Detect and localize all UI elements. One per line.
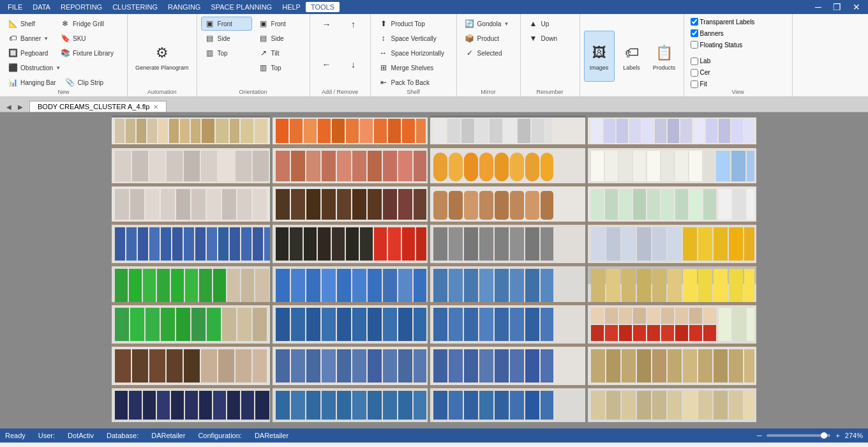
hanging-bar-button[interactable]: 📊 Hanging Bar bbox=[4, 75, 60, 89]
svg-rect-266 bbox=[541, 308, 553, 341]
menu-file[interactable]: FILE bbox=[3, 2, 27, 12]
svg-rect-362 bbox=[510, 391, 524, 420]
svg-rect-230 bbox=[698, 269, 712, 302]
menu-ranging[interactable]: RANGING bbox=[163, 2, 206, 12]
svg-rect-42 bbox=[642, 119, 654, 143]
svg-rect-49 bbox=[731, 119, 743, 143]
svg-rect-129 bbox=[605, 189, 618, 220]
remove-down-button[interactable]: ↓ bbox=[341, 57, 366, 72]
shelf-button[interactable]: 📐 Shelf bbox=[4, 17, 55, 31]
front-active-button[interactable]: ▣ Front bbox=[201, 17, 252, 31]
svg-rect-247 bbox=[237, 308, 251, 341]
top2-icon: ▥ bbox=[258, 63, 269, 73]
generate-planogram-button[interactable]: ⚙ Generate Planogram bbox=[131, 31, 193, 82]
floating-status-checkbox[interactable]: Floating Status bbox=[688, 40, 788, 50]
pack-to-back-button[interactable]: ⇤ Pack To Back bbox=[375, 75, 453, 89]
svg-rect-297 bbox=[184, 349, 200, 383]
tab-nav-right[interactable]: ▶ bbox=[15, 102, 26, 112]
top-button[interactable]: ▥ Top bbox=[201, 46, 252, 60]
obstruction-button[interactable]: ⬛ Obstruction ▼ bbox=[4, 61, 64, 75]
menu-tools[interactable]: TOOLS bbox=[306, 2, 340, 12]
menu-data[interactable]: DATA bbox=[27, 2, 56, 12]
svg-rect-165 bbox=[360, 227, 373, 261]
tab-nav-left[interactable]: ◀ bbox=[4, 102, 14, 112]
add-up-button[interactable]: ↑ bbox=[341, 17, 366, 32]
side-button[interactable]: ▤ Side bbox=[201, 31, 252, 45]
remove-left-button[interactable]: ← bbox=[314, 57, 340, 72]
fit-checkbox[interactable]: Fit bbox=[688, 79, 788, 89]
selected-button[interactable]: ✓ Selected bbox=[461, 46, 516, 60]
side2-button[interactable]: ▤ Side bbox=[255, 31, 306, 45]
product-top-button[interactable]: ⬆ Product Top bbox=[375, 17, 453, 31]
svg-rect-287 bbox=[747, 308, 754, 341]
sku-button[interactable]: 🔖 SKU bbox=[56, 31, 107, 45]
zoom-slider[interactable] bbox=[767, 434, 830, 437]
svg-rect-383 bbox=[588, 116, 756, 117]
user-label: User: bbox=[38, 432, 55, 439]
front2-button[interactable]: ▣ Front bbox=[255, 17, 306, 31]
svg-rect-300 bbox=[236, 349, 251, 383]
svg-rect-83 bbox=[591, 151, 604, 181]
transparent-labels-checkbox[interactable]: Transparent Labels bbox=[688, 17, 788, 27]
pegboard-button[interactable]: 🔲 Pegboard bbox=[4, 46, 55, 60]
svg-rect-240 bbox=[130, 308, 144, 341]
svg-rect-359 bbox=[464, 391, 478, 420]
svg-rect-136 bbox=[703, 189, 716, 220]
clip-strip-button[interactable]: 📎 Clip Strip bbox=[61, 75, 112, 89]
banner-button[interactable]: 🏷 Banner ▼ bbox=[4, 31, 55, 45]
svg-rect-27 bbox=[402, 119, 415, 143]
svg-rect-206 bbox=[291, 269, 305, 302]
svg-rect-69 bbox=[337, 151, 351, 181]
svg-rect-307 bbox=[352, 349, 366, 383]
restore-button[interactable]: ❐ bbox=[828, 1, 846, 13]
svg-rect-166 bbox=[374, 227, 387, 261]
status-configuration: DARetailer bbox=[255, 432, 288, 439]
zoom-out-button[interactable]: ─ bbox=[757, 432, 762, 439]
lab-checkbox[interactable]: Lab bbox=[688, 56, 788, 66]
labels-button[interactable]: 🏷 Labels bbox=[617, 31, 647, 82]
products-button[interactable]: 📋 Products bbox=[649, 31, 680, 82]
close-button[interactable]: ✕ bbox=[848, 1, 865, 13]
add-right-button[interactable]: → bbox=[314, 17, 340, 32]
svg-rect-339 bbox=[157, 391, 170, 420]
menu-clustering[interactable]: CLUSTERING bbox=[107, 2, 163, 12]
svg-rect-122 bbox=[464, 191, 478, 220]
tab-close-icon[interactable]: ✕ bbox=[153, 103, 158, 110]
svg-rect-278 bbox=[619, 325, 632, 341]
svg-rect-115 bbox=[352, 189, 366, 220]
menu-space-planning[interactable]: SPACE PLANNING bbox=[206, 2, 277, 12]
minimize-button[interactable]: ─ bbox=[810, 1, 827, 13]
space-vertically-button[interactable]: ↕ Space Vertically bbox=[375, 31, 453, 45]
menu-reporting[interactable]: REPORTING bbox=[56, 2, 107, 12]
svg-rect-25 bbox=[374, 119, 387, 143]
tilt-button[interactable]: ↗ Tilt bbox=[255, 46, 306, 60]
svg-rect-207 bbox=[306, 269, 320, 302]
zoom-in-button[interactable]: + bbox=[835, 432, 839, 439]
space-horizontally-button[interactable]: ↔ Space Horizontally bbox=[375, 46, 453, 60]
cer-checkbox[interactable]: Cer bbox=[688, 68, 788, 78]
top2-button[interactable]: ▥ Top bbox=[255, 61, 306, 75]
obstruction-dropdown-icon: ▼ bbox=[56, 65, 61, 71]
up-button[interactable]: ▲ Up bbox=[525, 17, 576, 31]
svg-rect-350 bbox=[322, 391, 336, 420]
svg-rect-111 bbox=[291, 189, 305, 220]
tab-bodycreams[interactable]: BODY CREAMS_CLUSTER A_4.flp ✕ bbox=[29, 101, 167, 112]
images-button[interactable]: 🖼 Images bbox=[584, 31, 615, 82]
canvas-area bbox=[0, 112, 868, 428]
down-button[interactable]: ▼ Down bbox=[525, 31, 576, 45]
fixture-library-button[interactable]: 📚 Fixture Library bbox=[56, 46, 117, 60]
merge-shelves-button[interactable]: ⊞ Merge Shelves bbox=[375, 61, 453, 75]
menu-help[interactable]: HELP bbox=[277, 2, 306, 12]
svg-rect-342 bbox=[199, 391, 212, 420]
svg-rect-269 bbox=[619, 308, 632, 324]
svg-rect-80 bbox=[510, 153, 524, 181]
fridge-grill-button[interactable]: ❄ Fridge Grill bbox=[56, 17, 108, 31]
svg-rect-219 bbox=[495, 269, 509, 302]
svg-rect-340 bbox=[171, 391, 184, 420]
product-mirror-button[interactable]: 📦 Product bbox=[461, 31, 516, 45]
svg-rect-180 bbox=[622, 227, 636, 261]
gondola-button[interactable]: 🔄 Gondola ▼ bbox=[461, 17, 516, 31]
banners-checkbox[interactable]: Banners bbox=[688, 28, 788, 38]
configuration-label: Configuration: bbox=[198, 432, 242, 439]
svg-rect-182 bbox=[652, 227, 666, 261]
